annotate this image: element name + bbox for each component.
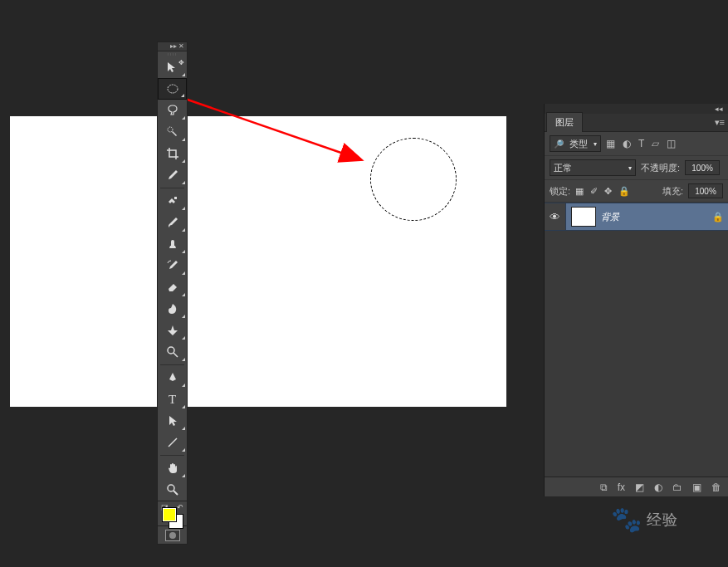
- filter-shape-icon[interactable]: ▱: [652, 138, 659, 149]
- delete-layer-icon[interactable]: 🗑: [711, 481, 721, 493]
- healing-brush-tool[interactable]: [158, 190, 187, 212]
- hand-tool[interactable]: [158, 457, 187, 479]
- collapse-left-icon[interactable]: ◂◂: [715, 105, 723, 113]
- flyout-icon: [182, 336, 185, 340]
- filter-pixel-icon[interactable]: ▦: [606, 138, 615, 149]
- flyout-icon: [182, 228, 185, 232]
- foreground-color-swatch[interactable]: [163, 508, 176, 521]
- lock-icons: ▦ ✐ ✥ 🔒: [575, 186, 630, 197]
- move-tool[interactable]: ✥: [158, 56, 187, 78]
- filter-adjust-icon[interactable]: ◐: [623, 138, 631, 149]
- layer-list: 👁 背景 🔒: [545, 203, 728, 477]
- eyedropper-tool[interactable]: [158, 164, 187, 186]
- panel-menu-icon[interactable]: ▾≡: [715, 117, 725, 128]
- opacity-label: 不透明度:: [641, 162, 680, 174]
- tool-divider: [160, 188, 184, 188]
- zoom-tool[interactable]: [158, 479, 187, 501]
- tools-panel-header: ▸▸ ✕: [157, 42, 188, 51]
- new-layer-icon[interactable]: ▣: [692, 481, 701, 493]
- visibility-toggle[interactable]: 👁: [545, 203, 566, 230]
- layers-footer: ⧉ fx ◩ ◐ 🗀 ▣ 🗑: [545, 477, 728, 496]
- svg-line-8: [173, 491, 178, 495]
- canvas[interactable]: [10, 116, 506, 407]
- dodge-tool[interactable]: [158, 320, 187, 341]
- close-icon[interactable]: ✕: [178, 43, 184, 50]
- flyout-icon: [182, 315, 185, 318]
- arrows-icon: ✥: [178, 59, 184, 66]
- add-mask-icon[interactable]: ◩: [635, 481, 644, 493]
- flyout-icon: [182, 73, 185, 76]
- paw-icon: 🐾: [611, 505, 642, 534]
- fill-input[interactable]: 100%: [688, 183, 723, 198]
- layer-fx-icon[interactable]: fx: [618, 481, 625, 493]
- flyout-icon: [182, 207, 185, 210]
- layer-name[interactable]: 背景: [601, 211, 708, 223]
- svg-line-6: [169, 438, 177, 447]
- filter-type-icon[interactable]: T: [638, 138, 644, 149]
- type-tool[interactable]: T: [158, 389, 187, 410]
- flyout-icon: [182, 138, 185, 141]
- blur-tool[interactable]: [158, 341, 187, 363]
- flyout-icon: [182, 116, 185, 120]
- flyout-icon: [182, 250, 185, 253]
- lock-move-icon[interactable]: ✥: [604, 186, 612, 197]
- crop-tool[interactable]: [158, 143, 187, 164]
- tool-divider: [160, 364, 184, 365]
- quick-mask-toggle[interactable]: [157, 526, 188, 545]
- quick-selection-tool[interactable]: [158, 121, 187, 143]
- svg-point-4: [168, 347, 174, 354]
- lock-brush-icon[interactable]: ✐: [590, 186, 598, 197]
- mask-mode-icon: [169, 532, 176, 539]
- elliptical-marquee-tool[interactable]: [158, 78, 187, 100]
- tools-list: ✥: [157, 56, 188, 501]
- pen-tool[interactable]: [158, 367, 187, 389]
- path-selection-tool[interactable]: [158, 410, 187, 432]
- layer-row[interactable]: 👁 背景 🔒: [545, 203, 728, 231]
- collapse-icon[interactable]: ▸▸: [170, 43, 177, 50]
- svg-rect-3: [174, 197, 177, 199]
- flyout-icon: [182, 405, 185, 408]
- new-group-icon[interactable]: 🗀: [672, 481, 682, 493]
- filter-icons: ▦ ◐ T ▱ ◫: [606, 138, 676, 149]
- filter-kind-label: 类型: [569, 138, 588, 150]
- svg-point-7: [168, 485, 174, 491]
- lock-transparent-icon[interactable]: ▦: [575, 186, 584, 197]
- tools-panel: ▸▸ ✕ ✥: [157, 42, 188, 545]
- flyout-icon: [182, 427, 185, 430]
- tab-layers[interactable]: 图层: [546, 112, 583, 132]
- flyout-icon: [182, 159, 185, 163]
- watermark: 🐾 经验: [611, 505, 678, 534]
- blend-mode-dropdown[interactable]: 正常 ▾: [550, 159, 636, 176]
- new-adjustment-icon[interactable]: ◐: [654, 481, 662, 493]
- elliptical-selection: [370, 138, 457, 221]
- svg-line-5: [173, 353, 178, 357]
- flyout-icon: [182, 271, 185, 275]
- layer-thumbnail[interactable]: [571, 207, 596, 227]
- type-icon: T: [169, 393, 176, 407]
- filter-smart-icon[interactable]: ◫: [667, 138, 676, 149]
- filter-kind-dropdown[interactable]: 🔎 类型 ▾: [550, 135, 601, 152]
- opacity-input[interactable]: 100%: [685, 160, 720, 175]
- eraser-tool[interactable]: [158, 276, 187, 298]
- history-brush-tool[interactable]: [158, 255, 187, 276]
- lock-all-icon[interactable]: 🔒: [618, 186, 630, 197]
- lock-row: 锁定: ▦ ✐ ✥ 🔒 填充: 100%: [545, 180, 728, 203]
- flyout-icon: [182, 448, 185, 452]
- chevron-down-icon: ▾: [594, 140, 597, 148]
- svg-point-1: [168, 85, 178, 93]
- layers-panel: ◂◂ 图层 ▾≡ 🔎 类型 ▾ ▦ ◐ T ▱ ◫ 正常 ▾ 不透明度: 100…: [544, 104, 728, 496]
- flyout-icon: [181, 94, 184, 97]
- brush-tool[interactable]: [158, 212, 187, 233]
- fill-label: 填充:: [662, 185, 683, 198]
- search-icon: 🔎: [554, 139, 564, 149]
- layer-filter-row: 🔎 类型 ▾ ▦ ◐ T ▱ ◫: [545, 132, 728, 156]
- flyout-icon: [182, 293, 185, 296]
- swap-colors-icon[interactable]: ↶: [177, 503, 183, 511]
- line-tool[interactable]: [158, 432, 187, 453]
- lasso-tool[interactable]: [158, 100, 187, 121]
- flyout-icon: [182, 384, 185, 387]
- clone-stamp-tool[interactable]: [158, 233, 187, 255]
- link-layers-icon[interactable]: ⧉: [600, 481, 608, 493]
- gradient-tool[interactable]: [158, 298, 187, 320]
- layer-lock-icon[interactable]: 🔒: [708, 212, 728, 222]
